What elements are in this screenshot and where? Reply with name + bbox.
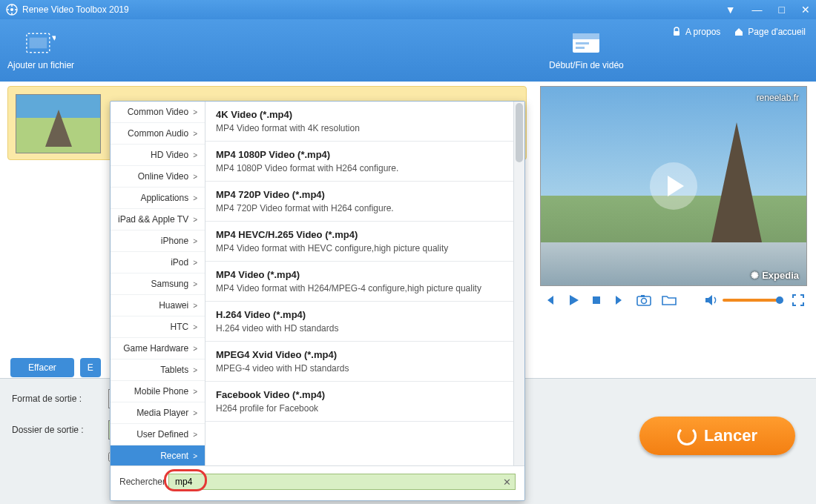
chevron-right-icon: > xyxy=(193,194,197,202)
category-label: Samsung xyxy=(151,279,188,289)
format-desc: MP4 1080P Video format with H264 configu… xyxy=(216,163,503,173)
category-item[interactable]: Game Hardware> xyxy=(111,338,205,359)
app-logo-icon xyxy=(6,4,18,16)
category-item[interactable]: Common Video> xyxy=(111,102,205,123)
category-item[interactable]: Mobile Phone> xyxy=(111,381,205,402)
chevron-right-icon: > xyxy=(193,130,197,138)
format-title: MP4 HEVC/H.265 Video (*.mp4) xyxy=(216,229,503,240)
scrollbar-thumb[interactable] xyxy=(516,103,523,162)
category-item[interactable]: Recent> xyxy=(111,445,205,465)
lock-icon xyxy=(671,27,682,37)
format-title: MP4 Video (*.mp4) xyxy=(216,269,503,280)
category-label: Media Player xyxy=(136,408,188,418)
chevron-right-icon: > xyxy=(193,452,197,460)
chevron-right-icon: > xyxy=(193,280,197,288)
main-toolbar: ▾ Ajouter un fichier Début/Fin de vidéo … xyxy=(0,19,816,82)
category-label: Applications xyxy=(140,193,188,203)
svg-rect-3 xyxy=(30,38,47,49)
maximize-icon[interactable]: □ xyxy=(779,4,785,16)
launch-button[interactable]: Lancer xyxy=(639,417,795,455)
preview-watermark: reneelab.fr xyxy=(757,93,799,103)
format-desc: MPEG-4 video with HD standards xyxy=(216,363,503,374)
category-item[interactable]: Tablets> xyxy=(111,359,205,381)
add-file-button[interactable]: ▾ Ajouter un fichier xyxy=(7,30,74,70)
format-search-bar: Rechercher ✕ xyxy=(111,465,524,500)
category-item[interactable]: Online Video> xyxy=(111,166,205,188)
scrollbar-track[interactable] xyxy=(514,102,524,465)
volume-slider[interactable] xyxy=(723,299,780,302)
clear-button[interactable]: Effacer xyxy=(10,358,74,377)
chevron-right-icon: > xyxy=(193,173,197,181)
chevron-right-icon: > xyxy=(193,259,197,267)
category-item[interactable]: iPad && Apple TV> xyxy=(111,209,205,231)
chevron-right-icon: > xyxy=(193,323,197,331)
app-title: Renee Video Toolbox 2019 xyxy=(22,4,129,15)
prev-track-icon[interactable] xyxy=(543,294,556,307)
format-item[interactable]: MPEG4 Xvid Video (*.mp4)MPEG-4 video wit… xyxy=(205,342,513,382)
close-icon[interactable]: ✕ xyxy=(801,4,810,16)
search-input[interactable] xyxy=(168,474,516,490)
format-item[interactable]: Facebook Video (*.mp4)H264 profile for F… xyxy=(205,382,513,422)
category-label: iPhone xyxy=(161,236,188,246)
preview-video[interactable]: reneelab.fr ✺ Expedia xyxy=(540,86,807,286)
folder-open-icon[interactable] xyxy=(662,294,677,306)
category-item[interactable]: Samsung> xyxy=(111,273,205,295)
category-item[interactable]: iPhone> xyxy=(111,231,205,252)
format-item[interactable]: MP4 HEVC/H.265 Video (*.mp4)MP4 Video fo… xyxy=(205,222,513,262)
clip-thumbnail[interactable] xyxy=(16,94,101,153)
next-track-icon[interactable] xyxy=(613,294,626,307)
format-title: 4K Video (*.mp4) xyxy=(216,109,503,120)
category-item[interactable]: HTC> xyxy=(111,316,205,338)
expedia-watermark: ✺ Expedia xyxy=(751,270,799,281)
format-picker-popup: Common Video>Common Audio>HD Video>Onlin… xyxy=(110,101,525,501)
play-icon[interactable] xyxy=(567,294,580,307)
folder-label: Dossier de sortie : xyxy=(12,425,101,435)
category-item[interactable]: iPod> xyxy=(111,252,205,273)
home-label: Page d'accueil xyxy=(748,27,806,37)
filmstrip-plus-icon: ▾ xyxy=(26,30,56,56)
volume-icon[interactable] xyxy=(705,294,718,306)
reload-icon xyxy=(677,426,697,445)
fullscreen-icon[interactable] xyxy=(792,294,804,306)
category-item[interactable]: User Defined> xyxy=(111,424,205,445)
svg-rect-8 xyxy=(576,47,585,49)
minimize-icon[interactable]: — xyxy=(752,4,763,16)
category-item[interactable]: Common Audio> xyxy=(111,123,205,145)
home-button[interactable]: Page d'accueil xyxy=(734,27,806,37)
svg-point-1 xyxy=(10,8,13,11)
svg-rect-13 xyxy=(641,295,645,297)
launch-label: Lancer xyxy=(704,426,757,445)
category-item[interactable]: Media Player> xyxy=(111,402,205,424)
category-item[interactable]: Huawei> xyxy=(111,295,205,316)
category-item[interactable]: Applications> xyxy=(111,188,205,209)
start-end-button[interactable]: Début/Fin de vidéo xyxy=(549,30,624,70)
category-label: iPad && Apple TV xyxy=(118,214,188,225)
chevron-right-icon: > xyxy=(193,216,197,224)
stop-icon[interactable] xyxy=(590,294,602,306)
add-file-label: Ajouter un fichier xyxy=(7,60,74,70)
home-icon xyxy=(734,27,744,37)
category-item[interactable]: HD Video> xyxy=(111,145,205,166)
format-item[interactable]: MP4 1080P Video (*.mp4)MP4 1080P Video f… xyxy=(205,142,513,182)
format-desc: H.264 video with HD standards xyxy=(216,323,503,334)
svg-rect-10 xyxy=(593,296,600,304)
category-list: Common Video>Common Audio>HD Video>Onlin… xyxy=(111,102,205,465)
dropdown-caret-icon[interactable]: ▼ xyxy=(725,4,736,16)
format-item[interactable]: MP4 Video (*.mp4)MP4 Video format with H… xyxy=(205,262,513,302)
format-desc: MP4 720P Video format with H264 configur… xyxy=(216,203,503,213)
format-item[interactable]: MP4 720P Video (*.mp4)MP4 720P Video for… xyxy=(205,182,513,222)
format-item[interactable]: H.264 Video (*.mp4)H.264 video with HD s… xyxy=(205,302,513,342)
about-label: A propos xyxy=(685,27,720,37)
clear-search-icon[interactable]: ✕ xyxy=(503,477,511,488)
chevron-right-icon: > xyxy=(193,431,197,439)
format-item[interactable]: 4K Video (*.mp4)MP4 Video format with 4K… xyxy=(205,102,513,142)
chevron-right-icon: > xyxy=(193,302,197,310)
about-button[interactable]: A propos xyxy=(671,27,720,37)
format-title: MP4 720P Video (*.mp4) xyxy=(216,189,503,200)
chevron-right-icon: > xyxy=(193,366,197,374)
clear-button-2[interactable]: E xyxy=(80,358,101,377)
format-desc: MP4 Video format with 4K resolution xyxy=(216,123,503,133)
camera-icon[interactable] xyxy=(636,294,651,306)
play-overlay-button[interactable] xyxy=(650,162,697,210)
chevron-right-icon: > xyxy=(193,151,197,159)
